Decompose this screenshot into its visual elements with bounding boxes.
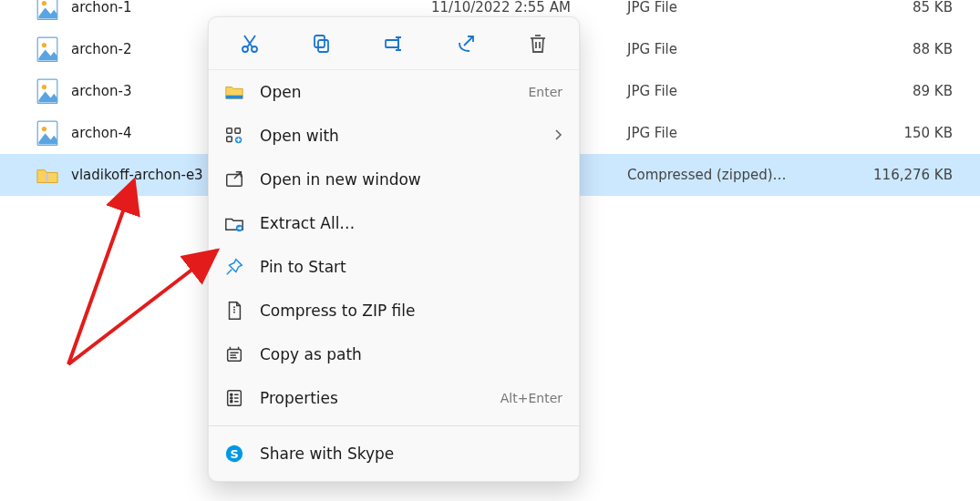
svg-point-9: [242, 46, 248, 52]
menu-item-properties[interactable]: Properties Alt+Enter: [209, 376, 579, 420]
file-name: archon-1: [71, 0, 431, 15]
properties-icon: [223, 387, 245, 409]
chevron-right-icon: [553, 128, 562, 144]
jpg-file-icon: [36, 122, 58, 144]
new-window-icon: [223, 169, 245, 190]
menu-separator: [209, 425, 579, 426]
file-type: JPG File: [627, 41, 837, 57]
menu-item-pin-to-start[interactable]: Pin to Start: [209, 245, 579, 289]
menu-item-label: Pin to Start: [260, 258, 562, 276]
file-size: 116,276 KB: [837, 167, 980, 183]
menu-item-label: Properties: [260, 389, 500, 407]
svg-point-1: [42, 1, 46, 5]
menu-item-compress[interactable]: Compress to ZIP file: [209, 289, 579, 332]
menu-item-share-skype[interactable]: S Share with Skype: [209, 432, 579, 475]
skype-icon: S: [223, 443, 245, 465]
file-size: 89 KB: [837, 83, 980, 99]
open-with-icon: [223, 125, 245, 147]
menu-item-label: Compress to ZIP file: [260, 302, 562, 320]
menu-item-label: Share with Skype: [260, 445, 562, 463]
menu-item-label: Extract All…: [260, 214, 562, 232]
svg-text:S: S: [230, 447, 238, 461]
svg-point-5: [42, 85, 46, 89]
folder-open-icon: [223, 81, 245, 103]
file-date: 11/10/2022 2:55 AM: [431, 0, 627, 15]
file-size: 88 KB: [837, 41, 980, 57]
copy-icon[interactable]: [302, 24, 342, 64]
rename-icon[interactable]: [374, 24, 414, 64]
svg-line-28: [68, 180, 134, 364]
context-menu: Open Enter Open with Open in new window …: [208, 16, 580, 482]
svg-point-10: [252, 46, 257, 52]
svg-rect-16: [235, 128, 241, 134]
file-type: Compressed (zipped)…: [627, 167, 837, 183]
menu-item-label: Copy as path: [260, 345, 562, 363]
copy-path-icon: [223, 343, 245, 365]
menu-item-label: Open with: [260, 127, 553, 145]
svg-rect-19: [227, 175, 242, 187]
extract-icon: [223, 212, 245, 234]
menu-item-copy-as-path[interactable]: Copy as path: [209, 332, 579, 376]
file-size: 150 KB: [837, 125, 980, 141]
file-type: JPG File: [627, 125, 837, 141]
svg-rect-14: [226, 96, 242, 99]
svg-point-25: [231, 401, 232, 403]
context-menu-action-bar: [209, 17, 579, 70]
zip-file-icon: [36, 164, 58, 186]
menu-item-label: Open: [260, 83, 528, 101]
menu-item-open-with[interactable]: Open with: [209, 114, 579, 158]
file-size: 85 KB: [837, 0, 980, 15]
svg-point-7: [42, 127, 46, 131]
file-type: JPG File: [627, 0, 837, 15]
cut-icon[interactable]: [230, 24, 270, 64]
file-type: JPG File: [627, 83, 837, 99]
menu-item-hint: Alt+Enter: [500, 391, 562, 405]
jpg-file-icon: [36, 0, 58, 18]
menu-item-label: Open in new window: [260, 170, 562, 189]
zip-file-icon: [223, 300, 245, 322]
svg-rect-11: [318, 40, 328, 52]
menu-item-hint: Enter: [528, 85, 562, 99]
svg-point-24: [231, 397, 232, 399]
pin-icon: [223, 256, 245, 278]
svg-rect-13: [386, 40, 398, 47]
svg-point-3: [42, 43, 46, 47]
share-icon[interactable]: [446, 24, 486, 64]
svg-point-23: [231, 394, 232, 395]
svg-rect-17: [227, 137, 232, 142]
svg-rect-15: [227, 128, 232, 134]
menu-item-extract-all[interactable]: Extract All…: [209, 201, 579, 245]
menu-item-open[interactable]: Open Enter: [209, 70, 579, 114]
jpg-file-icon: [36, 80, 58, 102]
menu-item-open-new-window[interactable]: Open in new window: [209, 158, 579, 201]
delete-icon[interactable]: [518, 24, 558, 64]
svg-rect-8: [46, 173, 48, 181]
jpg-file-icon: [36, 38, 58, 60]
svg-line-29: [68, 250, 217, 364]
svg-rect-12: [315, 36, 325, 47]
